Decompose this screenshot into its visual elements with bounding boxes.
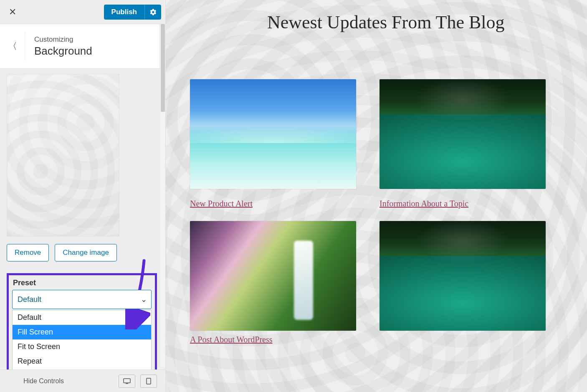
section-titles: Customizing Background xyxy=(25,35,92,58)
background-image-thumbnail[interactable] xyxy=(7,74,119,236)
desktop-icon xyxy=(123,378,131,384)
breadcrumb: Customizing xyxy=(34,35,92,44)
publish-button[interactable]: Publish xyxy=(104,5,144,20)
post-card: Information About a Topic xyxy=(380,79,547,209)
preset-label: Preset xyxy=(13,279,152,287)
gear-icon xyxy=(149,8,157,16)
publish-button-group: Publish xyxy=(104,5,161,20)
post-thumbnail[interactable] xyxy=(190,221,356,331)
preset-option-fit-to-screen[interactable]: Fit to Screen xyxy=(13,339,151,354)
preset-option-repeat[interactable]: Repeat xyxy=(13,354,151,369)
post-thumbnail[interactable] xyxy=(190,79,356,189)
panel-body: Remove Change image Preset Default ⌄ Def… xyxy=(0,69,165,390)
site-preview: Newest Updates From The Blog New Product… xyxy=(166,0,587,392)
posts-grid: New Product Alert Information About a To… xyxy=(190,79,587,344)
post-title-link[interactable]: A Post About WordPress xyxy=(190,335,273,344)
hide-controls-button[interactable]: Hide Controls xyxy=(0,377,64,385)
device-desktop-button[interactable] xyxy=(119,374,135,388)
close-customizer-button[interactable]: ✕ xyxy=(0,0,25,24)
blog-heading: Newest Updates From The Blog xyxy=(267,12,505,33)
close-icon: ✕ xyxy=(9,7,16,18)
svg-rect-0 xyxy=(124,379,130,383)
post-thumbnail[interactable] xyxy=(380,221,546,331)
back-button[interactable]: 〈 xyxy=(0,32,25,61)
preset-option-fill-screen[interactable]: Fill Screen xyxy=(13,325,151,339)
tablet-icon xyxy=(146,378,151,384)
section-title: Background xyxy=(34,45,92,58)
preset-selected-value: Default xyxy=(18,295,41,304)
chevron-left-icon: 〈 xyxy=(8,40,17,53)
post-card xyxy=(380,221,547,344)
post-card: A Post About WordPress xyxy=(190,221,357,344)
preset-select[interactable]: Default ⌄ xyxy=(12,290,152,309)
section-header: 〈 Customizing Background xyxy=(0,24,165,69)
preset-option-default[interactable]: Default xyxy=(13,310,151,325)
customizer-sidebar: ✕ Publish 〈 Customizing Background Remov… xyxy=(0,0,166,392)
customizer-top-bar: ✕ Publish xyxy=(0,0,165,24)
remove-image-button[interactable]: Remove xyxy=(7,244,49,261)
chevron-down-icon: ⌄ xyxy=(141,295,147,304)
post-title-link[interactable]: Information About a Topic xyxy=(380,199,468,209)
svg-rect-1 xyxy=(126,383,128,384)
image-action-row: Remove Change image xyxy=(7,244,159,261)
change-image-button[interactable]: Change image xyxy=(55,244,117,261)
publish-settings-button[interactable] xyxy=(144,5,161,20)
device-tablet-button[interactable] xyxy=(140,374,157,388)
device-preview-group xyxy=(119,374,165,388)
post-thumbnail[interactable] xyxy=(380,79,546,189)
scrollbar-thumb[interactable] xyxy=(161,24,165,112)
sidebar-scrollbar[interactable] xyxy=(159,24,165,367)
customizer-footer: Hide Controls xyxy=(0,369,165,392)
post-card: New Product Alert xyxy=(190,79,357,209)
svg-rect-2 xyxy=(147,378,151,384)
post-title-link[interactable]: New Product Alert xyxy=(190,199,253,209)
